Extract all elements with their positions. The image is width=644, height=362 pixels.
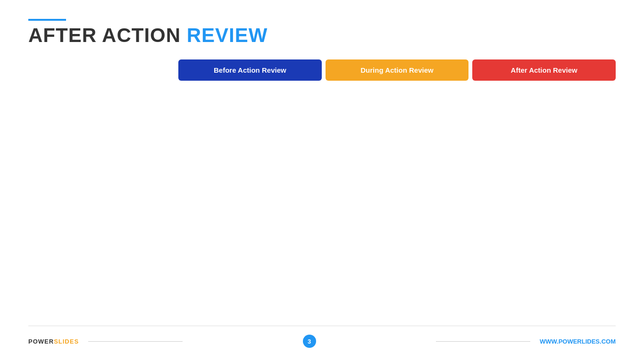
brand-slides: SLIDES xyxy=(54,338,79,345)
header-row: Before Action Review During Action Revie… xyxy=(28,59,616,81)
footer: POWERSLIDES 3 WWW.POWERLIDES.COM xyxy=(28,326,616,348)
page: AFTER ACTION REVIEW Before Action Review… xyxy=(0,0,644,362)
footer-brand: POWERSLIDES xyxy=(28,338,79,345)
title-section: AFTER ACTION REVIEW xyxy=(28,19,616,45)
footer-left: POWERSLIDES xyxy=(28,338,183,345)
title-text-part1: AFTER ACTION xyxy=(28,24,181,46)
header-empty xyxy=(28,59,175,81)
footer-url: WWW.POWERLIDES.COM xyxy=(540,338,616,345)
footer-line-left xyxy=(88,341,183,342)
footer-right: WWW.POWERLIDES.COM xyxy=(436,338,616,345)
data-rows xyxy=(28,84,616,326)
header-during: During Action Review xyxy=(326,59,469,81)
main-title: AFTER ACTION REVIEW xyxy=(28,25,616,45)
footer-line-right xyxy=(436,341,530,342)
header-after: After Action Review xyxy=(472,59,616,81)
title-accent-line xyxy=(28,19,66,21)
header-before: Before Action Review xyxy=(178,59,322,81)
brand-power: POWER xyxy=(28,338,54,345)
table-container: Before Action Review During Action Revie… xyxy=(28,59,616,326)
title-text-highlight: REVIEW xyxy=(187,24,268,46)
footer-page-number: 3 xyxy=(303,335,316,348)
